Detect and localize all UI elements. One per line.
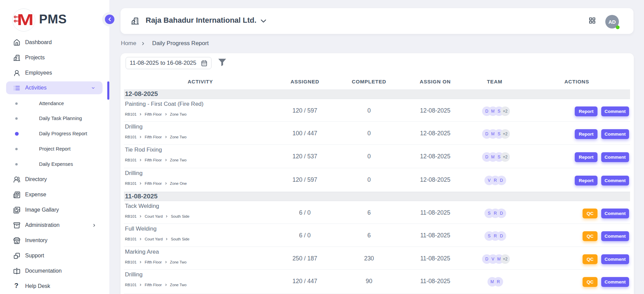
svg-text:M: M xyxy=(17,11,34,28)
